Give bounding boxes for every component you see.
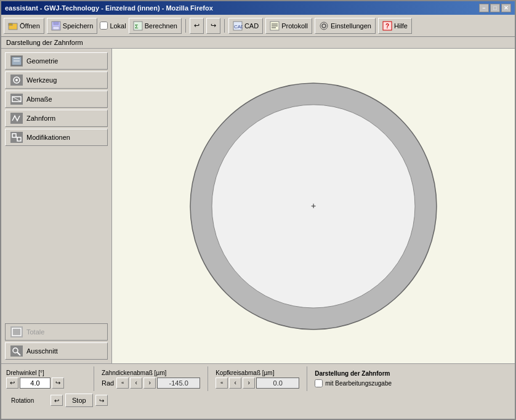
window-controls: − □ ✕ [479,4,511,12]
calc-icon: Σ [133,21,143,31]
open-icon [8,21,18,31]
kopfkreis-controls: « ‹ › [216,378,299,389]
ausschnitt-label: Ausschnitt [26,347,58,355]
sidebar-bottom: Totale Ausschnitt [5,323,108,360]
zahndicke-controls: Rad « ‹ › [102,378,200,389]
zahndicke-left1[interactable]: « [116,378,129,389]
zahndicke-input[interactable] [157,378,200,389]
zahndicke-left2[interactable]: ‹ [130,378,142,389]
drehwinkel-increase[interactable]: ↪ [52,378,64,389]
sidebar-item-zahnform[interactable]: Zahnform [5,110,108,127]
open-button[interactable]: Öffnen [4,18,44,34]
calc-button[interactable]: Σ Berechnen [129,18,182,34]
rotation-forward[interactable]: ↪ [95,395,108,406]
gear-svg: + [166,71,461,342]
zahnform-icon [10,113,23,124]
center-marker: + [311,201,316,211]
settings-button[interactable]: Einstellungen [315,18,376,34]
totale-button[interactable]: Totale [5,323,108,341]
protocol-label: Protokoll [281,22,308,30]
drehwinkel-decrease[interactable]: ↩ [6,378,18,389]
close-button[interactable]: ✕ [501,4,511,12]
lokal-checkbox[interactable] [100,22,108,30]
svg-text:?: ? [385,23,389,30]
abmasse-label: Abmaße [26,95,52,103]
svg-rect-3 [54,22,58,25]
geometrie-label: Geometrie [26,57,58,65]
kopfkreis-group: Kopfkreisabmaß [µm] « ‹ › [216,370,299,389]
zahnform-label: Zahnform [26,115,55,122]
main-area: Geometrie Werkzeug Abmaße Zahnform [1,49,515,363]
drehwinkel-controls: ↩ ↪ [6,378,86,389]
bearbeitung-row: mit Bearbeitungszugabe [315,379,392,387]
ausschnitt-icon [10,345,23,357]
svg-text:CAD: CAD [234,24,243,30]
kopfkreis-left2[interactable]: ‹ [229,378,241,389]
rad-label: Rad [102,379,114,387]
rotation-row: Rotation ↩ Stop ↪ [6,394,510,407]
separator-bottom-2 [208,366,208,391]
svg-text:Σ: Σ [135,23,139,30]
help-button[interactable]: ? Hilfe [378,18,412,34]
bearbeitung-checkbox[interactable] [315,379,323,387]
sidebar-item-werkzeug[interactable]: Werkzeug [5,71,108,89]
separator-bottom-3 [307,366,307,391]
save-button[interactable]: Speichern [47,18,98,34]
calc-label: Berechnen [145,22,177,30]
maximize-button[interactable]: □ [490,4,500,12]
cad-button[interactable]: CAD CAD [228,18,263,34]
modifikationen-icon [10,132,23,143]
drehwinkel-group: Drehwinkel [°] ↩ ↪ [6,370,86,389]
stop-button[interactable]: Stop [65,394,93,407]
lokal-group: Lokal [100,22,126,30]
abmasse-icon [10,94,23,105]
kopfkreis-left1[interactable]: « [216,378,228,389]
rotation-back[interactable]: ↩ [50,395,63,406]
sidebar-item-abmasse[interactable]: Abmaße [5,91,108,108]
bottom-panel: Drehwinkel [°] ↩ ↪ Zahndickenabmaß [µm] … [1,363,515,419]
undo-icon: ↩ [194,22,200,30]
svg-rect-1 [9,23,12,25]
gear-canvas: + // Draw the internal gear (function() … [112,49,515,363]
help-icon: ? [382,21,392,31]
sidebar-item-geometrie[interactable]: Geometrie [5,52,108,70]
stop-label: Stop [72,397,86,404]
kopfkreis-right1[interactable]: › [243,378,255,389]
werkzeug-icon [10,75,23,86]
bearbeitung-label: mit Bearbeitungszugabe [325,380,392,387]
zahndicke-right1[interactable]: › [143,378,156,389]
svg-line-23 [12,97,21,102]
totale-icon [10,326,23,337]
totale-label: Totale [26,328,44,336]
lokal-label: Lokal [110,22,126,30]
settings-icon [319,21,329,31]
undo-button[interactable]: ↩ [190,18,204,34]
title-bar: eassistant - GWJ-Technology - Einzelrad … [1,1,515,15]
redo-button[interactable]: ↪ [206,18,220,34]
drehwinkel-input[interactable] [20,378,50,389]
geometrie-icon [10,55,23,67]
svg-rect-25 [17,137,21,141]
svg-line-29 [17,352,20,355]
open-label: Öffnen [20,22,40,30]
protocol-icon [270,21,280,31]
zahndicke-group: Zahndickenabmaß [µm] Rad « ‹ › [102,370,200,389]
settings-label: Einstellungen [331,22,371,30]
toolbar: Öffnen Speichern Lokal Σ Berechnen ↩ ↪ [1,15,515,37]
protocol-button[interactable]: Protokoll [265,18,312,34]
separator-bottom-1 [94,366,94,391]
drehwinkel-label: Drehwinkel [°] [6,370,86,376]
modifikationen-label: Modifikationen [26,134,70,141]
werkzeug-label: Werkzeug [26,76,57,84]
kopfkreis-input[interactable] [256,378,299,389]
save-icon [51,21,61,31]
svg-rect-4 [53,26,59,30]
minimize-button[interactable]: − [479,4,489,12]
sidebar-spacer [5,148,108,321]
ausschnitt-button[interactable]: Ausschnitt [5,342,108,360]
separator-1 [185,19,186,33]
darstellung-label: Darstellung der Zahnform [315,370,392,377]
darstellung-group: Darstellung der Zahnform mit Bearbeitung… [315,370,392,387]
sidebar-item-modifikationen[interactable]: Modifikationen [5,129,108,146]
main-window: eassistant - GWJ-Technology - Einzelrad … [0,0,516,420]
